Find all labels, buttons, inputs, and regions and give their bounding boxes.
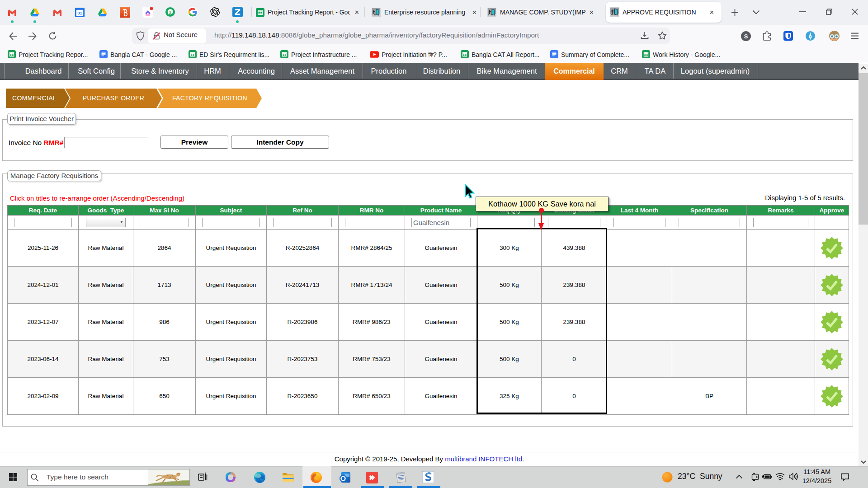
svg-text:2: 2 xyxy=(169,10,171,14)
svg-text:31: 31 xyxy=(77,10,82,15)
svg-text:S: S xyxy=(744,33,748,40)
